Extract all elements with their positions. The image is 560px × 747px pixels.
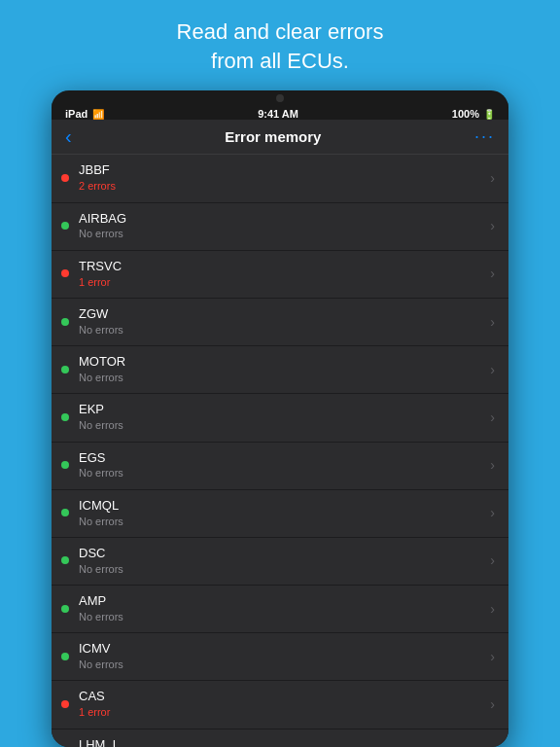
time-display: 9:41 AM bbox=[258, 108, 298, 120]
chevron-right-icon: › bbox=[490, 552, 495, 568]
ecu-status: No errors bbox=[79, 371, 482, 384]
ecu-status: 2 errors bbox=[79, 179, 482, 193]
ecu-name: DSC bbox=[79, 546, 482, 562]
ecu-list: JBBF2 errors›AIRBAGNo errors›TRSVC1 erro… bbox=[52, 155, 508, 747]
ecu-status: No errors bbox=[79, 227, 482, 240]
ecu-name: MOTOR bbox=[79, 354, 482, 371]
list-item[interactable]: ZGWNo errors› bbox=[52, 299, 508, 345]
chevron-right-icon: › bbox=[490, 314, 495, 330]
ecu-name: CAS bbox=[79, 689, 482, 705]
ok-indicator bbox=[61, 461, 69, 469]
ecu-name: ICMV bbox=[79, 641, 482, 658]
ecu-info: AMPNo errors bbox=[79, 593, 482, 623]
status-right: 100% 🔋 bbox=[452, 108, 495, 120]
ecu-name: TRSVC bbox=[79, 259, 482, 275]
top-text-area: Read and clear errors from all ECUs. bbox=[138, 0, 423, 90]
list-item[interactable]: ICMQLNo errors› bbox=[52, 490, 508, 537]
list-item[interactable]: ICMVNo errors› bbox=[52, 633, 508, 680]
ok-indicator bbox=[61, 222, 69, 230]
status-bar: iPad 📶 9:41 AM 100% 🔋 bbox=[52, 102, 508, 120]
headline-line1: Read and clear errors bbox=[177, 19, 384, 44]
list-item[interactable]: EKPNo errors› bbox=[52, 394, 508, 441]
ok-indicator bbox=[61, 366, 69, 374]
list-item[interactable]: CAS1 error› bbox=[52, 681, 508, 728]
list-item[interactable]: EGSNo errors› bbox=[52, 443, 508, 489]
device-label: iPad bbox=[65, 108, 88, 120]
ecu-status: No errors bbox=[79, 515, 482, 528]
error-indicator bbox=[61, 700, 69, 708]
ecu-name: ZGW bbox=[79, 306, 482, 323]
list-item[interactable]: JBBF2 errors› bbox=[52, 155, 508, 201]
ok-indicator bbox=[61, 653, 69, 660]
chevron-right-icon: › bbox=[490, 409, 495, 425]
device-frame: iPad 📶 9:41 AM 100% 🔋 ‹ Error memory ···… bbox=[52, 90, 508, 747]
ecu-info: ZGWNo errors bbox=[79, 306, 482, 337]
ecu-status: 1 error bbox=[79, 275, 482, 289]
ecu-info: AIRBAGNo errors bbox=[79, 211, 482, 241]
ecu-info: DSCNo errors bbox=[79, 546, 482, 576]
battery-label: 100% bbox=[452, 108, 479, 120]
chevron-right-icon: › bbox=[490, 649, 495, 664]
chevron-right-icon: › bbox=[490, 266, 495, 281]
ecu-info: TRSVC1 error bbox=[79, 259, 482, 289]
list-item[interactable]: AIRBAGNo errors› bbox=[52, 203, 508, 250]
ok-indicator bbox=[61, 509, 69, 516]
ecu-status: No errors bbox=[79, 610, 482, 623]
headline-line2: from all ECUs. bbox=[211, 49, 349, 73]
ecu-info: ICMQLNo errors bbox=[79, 498, 482, 528]
back-button[interactable]: ‹ bbox=[65, 125, 72, 148]
ecu-status: No errors bbox=[79, 658, 482, 671]
status-center: 9:41 AM bbox=[258, 108, 298, 120]
ecu-info: JBBF2 errors bbox=[79, 162, 482, 193]
ecu-info: CAS1 error bbox=[79, 689, 482, 719]
error-indicator bbox=[61, 269, 69, 277]
ok-indicator bbox=[61, 413, 69, 421]
ecu-status: No errors bbox=[79, 466, 482, 480]
ecu-name: EGS bbox=[79, 450, 482, 467]
ecu-info: LHM_LNo errors bbox=[79, 737, 482, 747]
list-item[interactable]: TRSVC1 error› bbox=[52, 251, 508, 298]
ecu-status: No errors bbox=[79, 323, 482, 337]
ecu-name: AIRBAG bbox=[79, 211, 482, 228]
ok-indicator bbox=[61, 318, 69, 326]
chevron-right-icon: › bbox=[490, 457, 495, 473]
ecu-status: No errors bbox=[79, 418, 482, 432]
nav-bar: ‹ Error memory ··· bbox=[52, 120, 508, 155]
list-item[interactable]: MOTORNo errors› bbox=[52, 346, 508, 393]
ok-indicator bbox=[61, 605, 69, 613]
ecu-status: No errors bbox=[79, 562, 482, 576]
ecu-name: AMP bbox=[79, 593, 482, 610]
ecu-name: LHM_L bbox=[79, 737, 482, 747]
ecu-info: EKPNo errors bbox=[79, 402, 482, 432]
ecu-name: ICMQL bbox=[79, 498, 482, 515]
chevron-right-icon: › bbox=[490, 505, 495, 520]
ecu-info: MOTORNo errors bbox=[79, 354, 482, 384]
status-left: iPad 📶 bbox=[65, 108, 104, 120]
list-item[interactable]: AMPNo errors› bbox=[52, 586, 508, 632]
more-button[interactable]: ··· bbox=[474, 126, 495, 147]
ecu-name: JBBF bbox=[79, 162, 482, 179]
camera-notch bbox=[276, 94, 284, 102]
ecu-name: EKP bbox=[79, 402, 482, 418]
chevron-right-icon: › bbox=[490, 696, 495, 712]
nav-title: Error memory bbox=[225, 128, 321, 145]
chevron-right-icon: › bbox=[490, 218, 495, 233]
chevron-right-icon: › bbox=[490, 601, 495, 617]
wifi-icon: 📶 bbox=[92, 109, 104, 120]
ecu-info: ICMVNo errors bbox=[79, 641, 482, 671]
list-item[interactable]: DSCNo errors› bbox=[52, 538, 508, 585]
chevron-right-icon: › bbox=[490, 170, 495, 186]
chevron-right-icon: › bbox=[490, 362, 495, 377]
ecu-status: 1 error bbox=[79, 705, 482, 719]
battery-icon: 🔋 bbox=[483, 109, 495, 120]
ok-indicator bbox=[61, 556, 69, 564]
error-indicator bbox=[61, 174, 69, 182]
ecu-info: EGSNo errors bbox=[79, 450, 482, 480]
list-item[interactable]: LHM_LNo errors› bbox=[52, 729, 508, 747]
